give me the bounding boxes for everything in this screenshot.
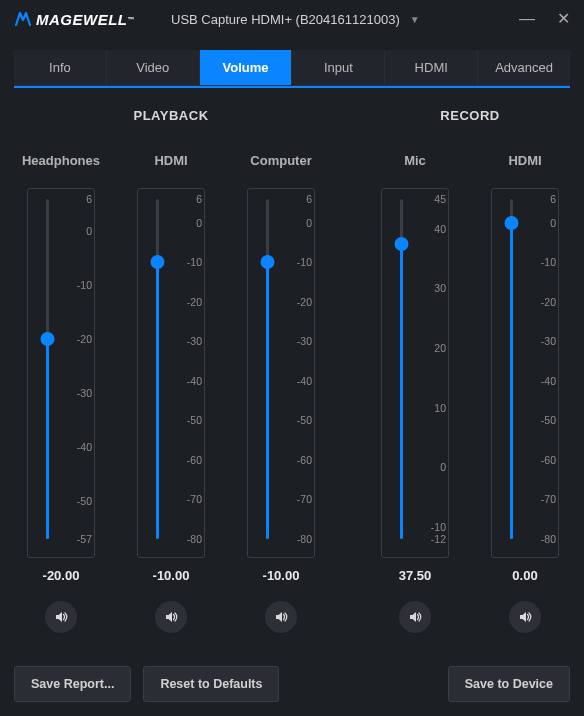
tick-label: -20 [176,296,202,308]
tick-label: -10 [530,256,556,268]
tab-volume[interactable]: Volume [199,50,292,85]
minimize-button[interactable]: — [519,11,535,27]
tick-label: 0 [176,217,202,229]
channel-value: 37.50 [399,568,432,583]
save-report-button[interactable]: Save Report... [14,666,131,702]
footer: Save Report... Reset to Defaults Save to… [14,666,570,702]
tick-label: 0 [286,217,312,229]
logo-icon [14,10,32,28]
tick-label: 20 [420,342,446,354]
tick-label: -40 [286,375,312,387]
tick-label: -10 [420,521,446,533]
tick-label: -70 [530,493,556,505]
close-button[interactable]: ✕ [557,11,570,27]
volume-slider[interactable]: 45403020100-10-12 [381,188,449,558]
channel-label: HDMI [508,153,541,168]
volume-slider[interactable]: 60-10-20-30-40-50-60-70-80 [491,188,559,558]
mute-button[interactable] [509,601,541,633]
volume-slider[interactable]: 60-10-20-30-40-50-60-70-80 [137,188,205,558]
content-area: PLAYBACK Headphones60-10-20-30-40-50-57-… [0,88,584,643]
volume-slider[interactable]: 60-10-20-30-40-50-60-70-80 [247,188,315,558]
record-channels: Mic45403020100-10-1237.50HDMI60-10-20-30… [372,153,568,633]
slider-track-area[interactable]: 60-10-20-30-40-50-60-70-80 [138,199,204,539]
tab-info[interactable]: Info [14,50,106,85]
tick-label: -57 [66,533,92,545]
channel-value: -20.00 [43,568,80,583]
tick-label: -80 [286,533,312,545]
device-dropdown[interactable]: USB Capture HDMI+ (B204161121003) ▼ [171,12,420,27]
tick-label: -50 [286,414,312,426]
mute-button[interactable] [265,601,297,633]
brand-logo: MAGEWELL™ [14,10,135,28]
slider-fill [156,262,159,539]
tick-label: 6 [530,193,556,205]
brand-text: MAGEWELL [36,11,128,28]
tick-label: 0 [530,217,556,229]
tick-label: -20 [530,296,556,308]
tick-label: -60 [176,454,202,466]
tick-label: -40 [176,375,202,387]
trademark: ™ [128,16,136,23]
slider-ticks: 60-10-20-30-40-50-60-70-80 [170,199,206,539]
tick-label: -30 [286,335,312,347]
playback-channels: Headphones60-10-20-30-40-50-57-20.00HDMI… [18,153,324,633]
record-channel-1: HDMI60-10-20-30-40-50-60-70-800.00 [482,153,568,633]
chevron-down-icon: ▼ [410,14,420,25]
device-name: USB Capture HDMI+ (B204161121003) [171,12,400,27]
slider-ticks: 60-10-20-30-40-50-60-70-80 [524,199,560,539]
channel-label: Mic [404,153,426,168]
tick-label: 0 [66,225,92,237]
slider-thumb[interactable] [151,255,165,269]
save-to-device-button[interactable]: Save to Device [448,666,570,702]
channel-value: -10.00 [263,568,300,583]
tick-label: -10 [66,279,92,291]
tick-label: -10 [286,256,312,268]
titlebar: MAGEWELL™ USB Capture HDMI+ (B2041611210… [0,0,584,38]
playback-title: PLAYBACK [133,108,208,123]
slider-thumb[interactable] [505,216,519,230]
record-section: RECORD Mic45403020100-10-1237.50HDMI60-1… [372,108,568,633]
slider-ticks: 45403020100-10-12 [414,199,450,539]
tick-label: 30 [420,282,446,294]
tick-label: -40 [530,375,556,387]
tab-input[interactable]: Input [291,50,384,85]
playback-channel-2: Computer60-10-20-30-40-50-60-70-80-10.00 [238,153,324,633]
tick-label: -70 [286,493,312,505]
reset-defaults-button[interactable]: Reset to Defaults [143,666,279,702]
slider-track-area[interactable]: 60-10-20-30-40-50-60-70-80 [492,199,558,539]
channel-label: HDMI [154,153,187,168]
mute-button[interactable] [399,601,431,633]
speaker-icon [407,609,423,625]
mute-button[interactable] [45,601,77,633]
tab-hdmi[interactable]: HDMI [384,50,477,85]
slider-fill [510,223,513,539]
tick-label: -50 [530,414,556,426]
slider-thumb[interactable] [395,237,409,251]
speaker-icon [163,609,179,625]
tick-label: 40 [420,223,446,235]
tick-label: 6 [286,193,312,205]
tick-label: -30 [530,335,556,347]
record-title: RECORD [440,108,499,123]
slider-fill [46,339,49,539]
slider-thumb[interactable] [41,332,55,346]
tick-label: -60 [530,454,556,466]
tick-label: -10 [176,256,202,268]
speaker-icon [53,609,69,625]
slider-ticks: 60-10-20-30-40-50-60-70-80 [280,199,316,539]
volume-slider[interactable]: 60-10-20-30-40-50-57 [27,188,95,558]
slider-track-area[interactable]: 45403020100-10-12 [382,199,448,539]
channel-value: 0.00 [512,568,537,583]
tab-video[interactable]: Video [106,50,199,85]
tick-label: -12 [420,533,446,545]
tick-label: -80 [176,533,202,545]
slider-fill [266,262,269,539]
tab-advanced[interactable]: Advanced [477,50,570,85]
tick-label: -40 [66,441,92,453]
tick-label: -50 [176,414,202,426]
mute-button[interactable] [155,601,187,633]
slider-track-area[interactable]: 60-10-20-30-40-50-57 [28,199,94,539]
slider-thumb[interactable] [261,255,275,269]
tick-label: 45 [420,193,446,205]
slider-track-area[interactable]: 60-10-20-30-40-50-60-70-80 [248,199,314,539]
